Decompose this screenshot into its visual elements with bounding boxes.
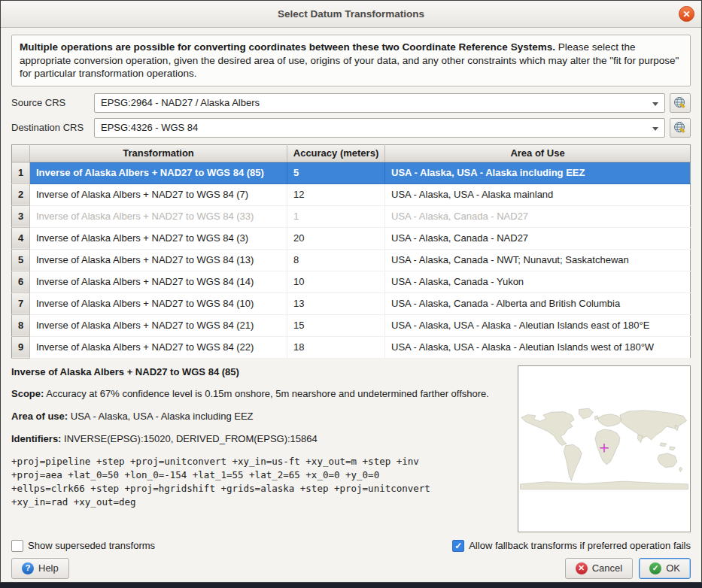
destination-crs-value: EPSG:4326 - WGS 84 [101,122,198,133]
table-row[interactable]: 4Inverse of Alaska Albers + NAD27 to WGS… [12,227,691,249]
cell-area[interactable]: USA - Alaska, USA - Alaska - Aleutian Is… [385,336,691,358]
help-icon: ? [22,562,34,574]
destination-crs-combobox[interactable]: EPSG:4326 - WGS 84 [94,118,665,138]
row-number: 4 [12,227,30,249]
description-bold-text: Multiple operations are possible for con… [20,41,555,53]
row-number: 7 [12,292,30,314]
cell-area[interactable]: USA - Alaska, USA - Alaska including EEZ [385,162,691,183]
column-header-transformation[interactable]: Transformation [30,144,287,162]
area-of-use-line: Area of use: USA - Alaska, USA - Alaska … [11,410,509,424]
help-button[interactable]: ? Help [11,558,69,579]
transformations-table-body: 1Inverse of Alaska Albers + NAD27 to WGS… [12,162,691,358]
checkbox-icon[interactable] [11,540,23,552]
titlebar[interactable]: Select Datum Transformations ✕ [1,1,701,28]
source-crs-picker-button[interactable] [670,93,691,113]
cell-area[interactable]: USA - Alaska, Canada - Yukon [385,271,691,292]
window-title: Select Datum Transformations [278,8,424,20]
scope-label: Scope: [11,388,44,399]
proj-pipeline-string: +proj=pipeline +step +proj=unitconvert +… [11,455,509,510]
checkbox-icon[interactable]: ✓ [452,540,464,552]
identifiers-text: INVERSE(EPSG):15020, DERIVED_FROM(EPSG):… [61,433,317,444]
row-number: 8 [12,314,30,336]
close-icon: ✕ [682,9,690,20]
table-row[interactable]: 8Inverse of Alaska Albers + NAD27 to WGS… [12,314,691,336]
cell-transformation[interactable]: Inverse of Alaska Albers + NAD27 to WGS … [30,183,287,205]
dialog-content: Multiple operations are possible for con… [1,28,701,585]
footer-checkboxes: Show superseded transforms ✓ Allow fallb… [11,540,691,552]
cell-accuracy[interactable]: 13 [287,292,385,314]
cell-accuracy[interactable]: 12 [287,183,385,205]
area-of-use-text: USA - Alaska, USA - Alaska including EEZ [68,411,253,422]
crs-globe-wrench-icon [673,96,687,110]
allow-fallback-checkbox[interactable]: ✓ Allow fallback transforms if preferred… [452,540,691,552]
show-superseded-checkbox[interactable]: Show superseded transforms [11,540,155,552]
identifiers-label: Identifiers: [11,433,61,444]
show-superseded-label: Show superseded transforms [28,540,155,551]
crs-globe-wrench-icon [673,121,687,135]
cancel-button[interactable]: ✕ Cancel [565,558,633,579]
column-header-area[interactable]: Area of Use [385,144,691,162]
cell-transformation[interactable]: Inverse of Alaska Albers + NAD27 to WGS … [30,271,287,292]
row-number: 1 [12,162,30,183]
cell-accuracy[interactable]: 5 [287,162,385,183]
source-crs-row: Source CRS EPSG:2964 - NAD27 / Alaska Al… [11,93,691,113]
cell-transformation[interactable]: Inverse of Alaska Albers + NAD27 to WGS … [30,162,287,183]
cell-accuracy[interactable]: 18 [287,336,385,358]
column-header-accuracy[interactable]: Accuracy (meters) [287,144,385,162]
row-number: 2 [12,183,30,205]
ok-check-icon: ✓ [649,562,661,574]
cell-area[interactable]: USA - Alaska, USA - Alaska mainland [385,183,691,205]
cell-area[interactable]: USA - Alaska, USA - Alaska - Aleutian Is… [385,314,691,336]
cell-accuracy[interactable]: 1 [287,205,385,227]
cell-accuracy[interactable]: 10 [287,271,385,292]
cell-accuracy[interactable]: 20 [287,227,385,249]
close-button[interactable]: ✕ [679,6,694,22]
world-map-graphic [518,366,690,532]
source-crs-label: Source CRS [11,97,94,108]
selected-transform-title: Inverse of Alaska Albers + NAD27 to WGS … [11,365,509,380]
select-datum-transformations-dialog: Select Datum Transformations ✕ Multiple … [0,0,702,583]
corner-header-cell [12,144,30,162]
chevron-down-icon [652,102,658,106]
allow-fallback-label: Allow fallback transforms if preferred o… [469,540,691,551]
cell-accuracy[interactable]: 8 [287,249,385,271]
source-crs-combobox[interactable]: EPSG:2964 - NAD27 / Alaska Albers [94,93,665,113]
details-text: Inverse of Alaska Albers + NAD27 to WGS … [11,365,509,534]
table-row[interactable]: 6Inverse of Alaska Albers + NAD27 to WGS… [12,271,691,292]
cell-transformation[interactable]: Inverse of Alaska Albers + NAD27 to WGS … [30,336,287,358]
area-of-use-map [518,365,691,532]
cell-transformation[interactable]: Inverse of Alaska Albers + NAD27 to WGS … [30,249,287,271]
table-row[interactable]: 2Inverse of Alaska Albers + NAD27 to WGS… [12,183,691,205]
description-box: Multiple operations are possible for con… [11,35,691,86]
table-row[interactable]: 1Inverse of Alaska Albers + NAD27 to WGS… [12,162,691,183]
source-crs-value: EPSG:2964 - NAD27 / Alaska Albers [101,97,260,108]
help-button-label: Help [38,562,59,574]
row-number: 6 [12,271,30,292]
destination-crs-label: Destination CRS [11,122,94,133]
destination-crs-picker-button[interactable] [670,118,691,138]
area-of-use-label: Area of use: [11,411,68,422]
destination-crs-row: Destination CRS EPSG:4326 - WGS 84 [11,118,691,138]
cell-area[interactable]: USA - Alaska, Canada - NAD27 [385,205,691,227]
cell-transformation[interactable]: Inverse of Alaska Albers + NAD27 to WGS … [30,292,287,314]
cancel-button-label: Cancel [592,562,622,574]
row-number: 9 [12,336,30,358]
cell-area[interactable]: USA - Alaska, Canada - Alberta and Briti… [385,292,691,314]
transformations-table: Transformation Accuracy (meters) Area of… [11,144,691,359]
cell-area[interactable]: USA - Alaska, Canada - NWT; Nunavut; Sas… [385,249,691,271]
cell-area[interactable]: USA - Alaska, Canada - NAD27 [385,227,691,249]
cell-transformation[interactable]: Inverse of Alaska Albers + NAD27 to WGS … [30,314,287,336]
table-row[interactable]: 5Inverse of Alaska Albers + NAD27 to WGS… [12,249,691,271]
ok-button-label: OK [666,562,680,574]
table-row[interactable]: 7Inverse of Alaska Albers + NAD27 to WGS… [12,292,691,314]
cancel-icon: ✕ [576,562,588,574]
ok-button[interactable]: ✓ OK [639,558,691,579]
cell-accuracy[interactable]: 15 [287,314,385,336]
cell-transformation[interactable]: Inverse of Alaska Albers + NAD27 to WGS … [30,205,287,227]
table-row[interactable]: 9Inverse of Alaska Albers + NAD27 to WGS… [12,336,691,358]
button-row: ? Help ✕ Cancel ✓ OK [11,558,691,579]
table-row[interactable]: 3Inverse of Alaska Albers + NAD27 to WGS… [12,205,691,227]
cell-transformation[interactable]: Inverse of Alaska Albers + NAD27 to WGS … [30,227,287,249]
row-number: 5 [12,249,30,271]
chevron-down-icon [652,127,658,131]
